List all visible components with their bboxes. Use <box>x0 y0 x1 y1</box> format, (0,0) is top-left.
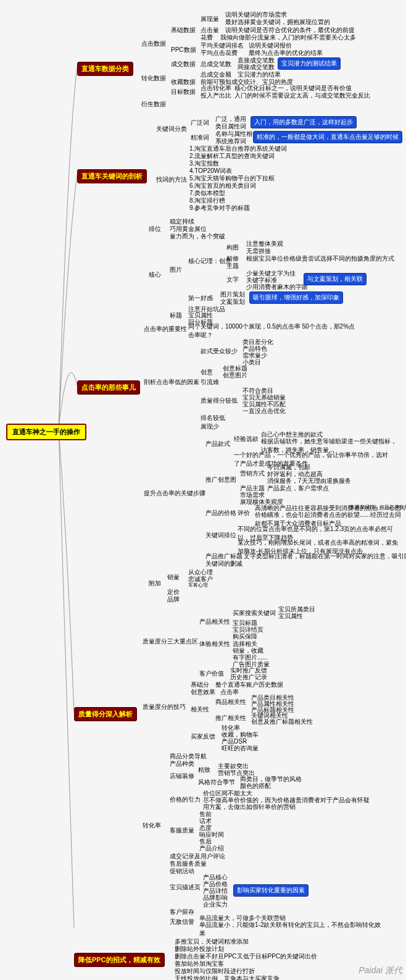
section-1: 直通车数据分类 <box>77 62 133 76</box>
n: 促销活动 <box>167 866 197 877</box>
n: 成交数据 <box>168 59 199 70</box>
n: 风格符合季节 <box>195 777 238 788</box>
n: 点击率的重要性 <box>141 324 190 335</box>
section-4: 质量得分深入解析 <box>74 707 137 721</box>
n: 经验选款 <box>231 433 262 445</box>
n: 文字类型标注清者，标题能在第一时间对买家的注意，吸引眼球 <box>241 551 406 562</box>
n: PPC数据 <box>168 44 199 56</box>
n: 构图 <box>223 242 242 253</box>
n: 入门的时候不需要设定太高，与成交笔数完全反比 <box>231 90 373 101</box>
n: 展现少 <box>197 421 222 432</box>
section-2: 直通车关键词的剖析 <box>77 169 147 183</box>
n: 提升点击率的关键步骤 <box>141 488 209 499</box>
n: 店铺装修 <box>167 771 197 782</box>
n: 评价 <box>234 508 253 519</box>
n: 创意图片 <box>220 370 251 381</box>
watermark-text: Paidai 派代 <box>358 965 402 976</box>
n: 销量 <box>164 572 183 583</box>
n: 质量度分三大重点区 <box>139 636 201 647</box>
n: 旺旺的咨询量 <box>218 743 262 754</box>
section-3: 点击率的那些事儿 <box>77 380 140 395</box>
n: 质量度分的技巧 <box>139 701 189 713</box>
n: 精致 <box>195 764 213 776</box>
n: 产品的价格 <box>202 508 239 519</box>
n: 附加 <box>146 578 164 589</box>
n: 款式受众较少 <box>197 346 241 357</box>
info-gf: 入门，用的多数是广泛，这样好起步 <box>251 116 357 128</box>
n: 排位 <box>146 224 164 235</box>
n: 展现量 <box>197 14 222 25</box>
n: 第一好感 <box>185 293 216 304</box>
n: 体验相关性 <box>196 639 233 650</box>
n: 剖析点击率低的因素 <box>141 377 202 388</box>
n: 商品相关性 <box>212 697 249 708</box>
n: 宝贝属性 <box>275 611 306 622</box>
n: 关键词分类 <box>153 124 190 135</box>
n: 创意及推广标题相关性 <box>248 716 316 727</box>
n: 找词的方法 <box>153 174 190 185</box>
n: 一直没点击优化 <box>239 406 289 417</box>
root: 直通车神之一手的操作 <box>6 424 86 440</box>
n: 产品款式 <box>202 438 233 450</box>
section-5: 降低PPC的招式，精减有效 <box>74 953 165 967</box>
click-data: 点击数据 <box>138 38 169 49</box>
n: 推广创意图 <box>202 474 239 485</box>
n: 车客心理 <box>185 580 211 590</box>
n: 品牌 <box>164 594 183 605</box>
info-dy: 吸引眼球，增强好感，加深印象 <box>249 291 343 304</box>
n: 买家反馈 <box>188 731 218 742</box>
n: 图片 <box>167 264 185 275</box>
n: 企业实力 <box>200 899 231 910</box>
n: 无敌信誉 <box>167 916 197 928</box>
n: 产品卖点，客户需求点 <box>264 483 332 494</box>
n: 营销方式 <box>237 468 268 479</box>
n: 9.参考竞争对手的标题 <box>186 203 253 214</box>
n: 客服质量 <box>167 825 197 836</box>
info-wz: 与文案策划，相关联 <box>304 273 367 285</box>
n: 客户价值 <box>196 668 227 679</box>
conv-data: 转化数据 <box>138 73 169 84</box>
n: 主题 <box>223 261 242 272</box>
n: 质量得分较低 <box>197 395 241 406</box>
n: 精准词 <box>188 132 212 143</box>
n: 基础数据 <box>168 25 199 36</box>
info-bbt: 宝贝潜力的测试结果 <box>278 57 341 70</box>
n: 转化率 <box>139 820 164 831</box>
n: 总成交笔数 <box>197 59 234 70</box>
n: 用方案，去做出如假针单价的营销 <box>200 802 299 813</box>
n: 宝贝描述页 <box>167 882 204 893</box>
n: 价格的引力 <box>167 794 204 805</box>
n: 无线投放的比例，竞争本与大买家竞争 <box>172 973 283 980</box>
n: 引流难 <box>197 377 222 388</box>
n: 核心 <box>146 269 164 280</box>
info-jz: 精准的，一般都是做大词，直通车点击量足够的时候 <box>253 131 402 143</box>
info-bb: 影响买家转化重要的因素 <box>233 884 309 897</box>
n: 投入产出比 <box>197 90 234 101</box>
n: 根据宝贝单位价格级贵尝试选择不同的拍摄角度的方式 <box>243 253 397 264</box>
n: 文字 <box>223 274 242 285</box>
n: 量力而为，各个突破 <box>167 231 228 242</box>
n: 产品种类 <box>167 758 197 769</box>
n: 相关性 <box>188 704 212 715</box>
n: 产品相关性 <box>196 616 233 627</box>
deriv-data: 衍生数据 <box>138 99 169 110</box>
n: 广泛词 <box>188 117 212 128</box>
n: 关键词排位 <box>202 530 239 541</box>
n: 标题 <box>167 310 185 321</box>
n: 目标数据 <box>168 86 199 98</box>
